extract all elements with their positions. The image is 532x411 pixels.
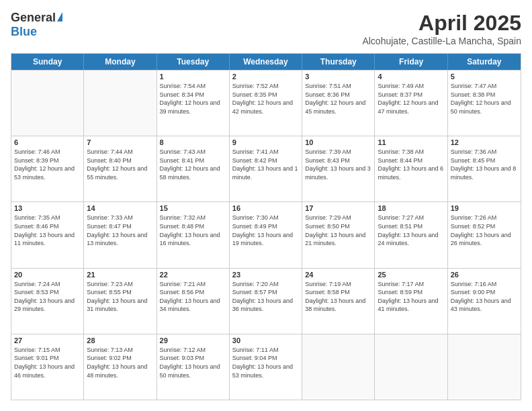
header: General Blue April 2025 Alcohujate, Cast…	[11, 11, 521, 46]
calendar-week-2: 6Sunrise: 7:46 AMSunset: 8:39 PMDaylight…	[11, 136, 521, 201]
calendar-cell: 17Sunrise: 7:29 AMSunset: 8:50 PMDayligh…	[302, 202, 375, 267]
day-number: 3	[305, 73, 371, 81]
calendar-cell: 16Sunrise: 7:30 AMSunset: 8:49 PMDayligh…	[230, 202, 302, 267]
day-number: 2	[232, 73, 299, 81]
calendar-cell: 15Sunrise: 7:32 AMSunset: 8:48 PMDayligh…	[157, 202, 230, 267]
day-info: Sunrise: 7:47 AMSunset: 8:38 PMDaylight:…	[451, 82, 518, 116]
day-info: Sunrise: 7:12 AMSunset: 9:03 PMDaylight:…	[160, 346, 226, 379]
calendar-cell: 19Sunrise: 7:26 AMSunset: 8:52 PMDayligh…	[448, 202, 521, 267]
calendar-cell: 5Sunrise: 7:47 AMSunset: 8:38 PMDaylight…	[448, 71, 521, 136]
header-day-saturday: Saturday	[448, 54, 521, 70]
calendar-week-3: 13Sunrise: 7:35 AMSunset: 8:46 PMDayligh…	[11, 201, 521, 267]
day-info: Sunrise: 7:49 AMSunset: 8:37 PMDaylight:…	[378, 82, 444, 116]
day-info: Sunrise: 7:35 AMSunset: 8:46 PMDaylight:…	[14, 214, 81, 247]
calendar-cell: 18Sunrise: 7:27 AMSunset: 8:51 PMDayligh…	[375, 202, 447, 267]
day-info: Sunrise: 7:38 AMSunset: 8:44 PMDaylight:…	[378, 148, 444, 181]
day-info: Sunrise: 7:17 AMSunset: 8:59 PMDaylight:…	[378, 280, 444, 314]
day-number: 13	[14, 204, 81, 212]
day-info: Sunrise: 7:36 AMSunset: 8:45 PMDaylight:…	[451, 148, 518, 181]
day-info: Sunrise: 7:20 AMSunset: 8:57 PMDaylight:…	[232, 280, 299, 314]
calendar-cell: 2Sunrise: 7:52 AMSunset: 8:35 PMDaylight…	[230, 71, 302, 136]
day-number: 24	[305, 271, 371, 279]
day-info: Sunrise: 7:52 AMSunset: 8:35 PMDaylight:…	[232, 82, 299, 116]
day-info: Sunrise: 7:29 AMSunset: 8:50 PMDaylight:…	[305, 214, 371, 247]
calendar-cell	[302, 334, 375, 400]
day-number: 12	[451, 138, 518, 146]
calendar-cell	[448, 334, 521, 400]
calendar-cell: 7Sunrise: 7:44 AMSunset: 8:40 PMDaylight…	[84, 136, 157, 201]
day-number: 30	[232, 336, 299, 345]
header-day-sunday: Sunday	[11, 54, 84, 70]
day-number: 29	[160, 336, 226, 345]
day-info: Sunrise: 7:39 AMSunset: 8:43 PMDaylight:…	[305, 148, 371, 181]
calendar-cell: 10Sunrise: 7:39 AMSunset: 8:43 PMDayligh…	[302, 136, 375, 201]
day-info: Sunrise: 7:30 AMSunset: 8:49 PMDaylight:…	[232, 214, 299, 247]
calendar-cell: 27Sunrise: 7:15 AMSunset: 9:01 PMDayligh…	[11, 334, 84, 400]
day-info: Sunrise: 7:32 AMSunset: 8:48 PMDaylight:…	[160, 214, 226, 247]
day-number: 6	[14, 138, 81, 146]
logo-triangle-icon	[57, 12, 62, 21]
day-number: 19	[451, 204, 518, 212]
calendar-cell: 13Sunrise: 7:35 AMSunset: 8:46 PMDayligh…	[11, 202, 84, 267]
header-day-monday: Monday	[84, 54, 157, 70]
day-number: 27	[14, 336, 81, 345]
calendar-body: 1Sunrise: 7:54 AMSunset: 8:34 PMDaylight…	[11, 70, 521, 400]
calendar-cell	[375, 334, 447, 400]
calendar-cell: 21Sunrise: 7:23 AMSunset: 8:55 PMDayligh…	[84, 269, 157, 334]
calendar-cell	[84, 71, 157, 136]
day-number: 14	[87, 204, 153, 212]
calendar-cell: 3Sunrise: 7:51 AMSunset: 8:36 PMDaylight…	[302, 71, 375, 136]
day-number: 10	[305, 138, 371, 146]
calendar-week-1: 1Sunrise: 7:54 AMSunset: 8:34 PMDaylight…	[11, 70, 521, 136]
calendar-cell	[11, 71, 84, 136]
calendar-cell: 23Sunrise: 7:20 AMSunset: 8:57 PMDayligh…	[230, 269, 302, 334]
logo-blue-text: Blue	[11, 25, 37, 39]
calendar-cell: 14Sunrise: 7:33 AMSunset: 8:47 PMDayligh…	[84, 202, 157, 267]
calendar: SundayMondayTuesdayWednesdayThursdayFrid…	[11, 53, 521, 400]
day-number: 17	[305, 204, 371, 212]
day-info: Sunrise: 7:11 AMSunset: 9:04 PMDaylight:…	[232, 346, 299, 379]
day-info: Sunrise: 7:33 AMSunset: 8:47 PMDaylight:…	[87, 214, 153, 247]
calendar-cell: 26Sunrise: 7:16 AMSunset: 9:00 PMDayligh…	[448, 269, 521, 334]
title-block: April 2025 Alcohujate, Castille-La Manch…	[362, 11, 521, 46]
day-number: 8	[160, 138, 226, 146]
calendar-cell: 20Sunrise: 7:24 AMSunset: 8:53 PMDayligh…	[11, 269, 84, 334]
calendar-cell: 22Sunrise: 7:21 AMSunset: 8:56 PMDayligh…	[157, 269, 230, 334]
day-number: 26	[451, 271, 518, 279]
calendar-cell: 28Sunrise: 7:13 AMSunset: 9:02 PMDayligh…	[84, 334, 157, 400]
day-number: 21	[87, 271, 153, 279]
day-number: 22	[160, 271, 226, 279]
logo: General Blue	[11, 11, 62, 39]
day-info: Sunrise: 7:16 AMSunset: 9:00 PMDaylight:…	[451, 280, 518, 314]
day-number: 9	[232, 138, 299, 146]
header-day-friday: Friday	[375, 54, 447, 70]
calendar-cell: 11Sunrise: 7:38 AMSunset: 8:44 PMDayligh…	[375, 136, 447, 201]
day-info: Sunrise: 7:19 AMSunset: 8:58 PMDaylight:…	[305, 280, 371, 314]
day-info: Sunrise: 7:43 AMSunset: 8:41 PMDaylight:…	[160, 148, 226, 181]
calendar-cell: 25Sunrise: 7:17 AMSunset: 8:59 PMDayligh…	[375, 269, 447, 334]
day-info: Sunrise: 7:26 AMSunset: 8:52 PMDaylight:…	[451, 214, 518, 247]
header-day-tuesday: Tuesday	[157, 54, 230, 70]
calendar-header: SundayMondayTuesdayWednesdayThursdayFrid…	[11, 54, 521, 70]
day-info: Sunrise: 7:27 AMSunset: 8:51 PMDaylight:…	[378, 214, 444, 247]
calendar-cell: 4Sunrise: 7:49 AMSunset: 8:37 PMDaylight…	[375, 71, 447, 136]
day-info: Sunrise: 7:15 AMSunset: 9:01 PMDaylight:…	[14, 346, 81, 379]
day-info: Sunrise: 7:44 AMSunset: 8:40 PMDaylight:…	[87, 148, 153, 181]
day-number: 5	[451, 73, 518, 81]
day-number: 16	[232, 204, 299, 212]
calendar-week-4: 20Sunrise: 7:24 AMSunset: 8:53 PMDayligh…	[11, 268, 521, 334]
header-day-wednesday: Wednesday	[230, 54, 302, 70]
day-info: Sunrise: 7:54 AMSunset: 8:34 PMDaylight:…	[160, 82, 226, 116]
day-info: Sunrise: 7:41 AMSunset: 8:42 PMDaylight:…	[232, 148, 299, 181]
calendar-cell: 24Sunrise: 7:19 AMSunset: 8:58 PMDayligh…	[302, 269, 375, 334]
day-info: Sunrise: 7:21 AMSunset: 8:56 PMDaylight:…	[160, 280, 226, 314]
day-number: 23	[232, 271, 299, 279]
day-number: 11	[378, 138, 444, 146]
header-day-thursday: Thursday	[302, 54, 375, 70]
day-number: 15	[160, 204, 226, 212]
day-number: 28	[87, 336, 153, 345]
day-number: 18	[378, 204, 444, 212]
calendar-cell: 12Sunrise: 7:36 AMSunset: 8:45 PMDayligh…	[448, 136, 521, 201]
day-info: Sunrise: 7:51 AMSunset: 8:36 PMDaylight:…	[305, 82, 371, 116]
calendar-location: Alcohujate, Castille-La Mancha, Spain	[362, 36, 521, 46]
